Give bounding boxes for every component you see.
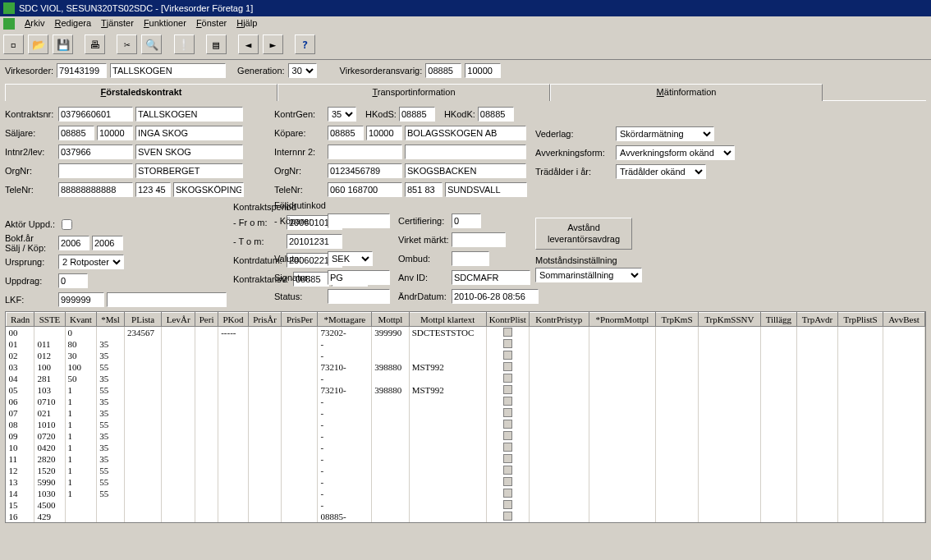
- hkods[interactable]: [399, 107, 435, 122]
- exec-icon[interactable]: ▤: [206, 34, 227, 54]
- table-row[interactable]: 060710135-: [7, 396, 925, 407]
- table-row[interactable]: 100420135-: [7, 442, 925, 453]
- signatur[interactable]: [328, 270, 390, 285]
- save-icon[interactable]: 💾: [53, 34, 73, 54]
- row-check[interactable]: [503, 512, 512, 521]
- menu-fönster[interactable]: Fönster: [191, 16, 232, 30]
- col-TrpPlistS[interactable]: TrpPlistS: [838, 313, 883, 327]
- table-row[interactable]: 0510315573210-398880MST992: [7, 384, 925, 396]
- orgnr-m[interactable]: [328, 163, 402, 178]
- kopare1[interactable]: [328, 126, 364, 140]
- col-Tillägg[interactable]: Tillägg: [761, 313, 797, 327]
- col-*Mottagare[interactable]: *Mottagare: [318, 313, 372, 327]
- col-Mottpl[interactable]: Mottpl: [372, 313, 410, 327]
- generation-select[interactable]: 30: [288, 63, 317, 78]
- anvid[interactable]: [452, 270, 530, 285]
- tab-mat[interactable]: Mätinformation: [550, 84, 823, 101]
- table-row[interactable]: 042815035-: [7, 373, 925, 384]
- table-row[interactable]: 020123035-: [7, 350, 925, 361]
- ursprung[interactable]: 2 Rotposter: [58, 255, 124, 269]
- menu-redigera[interactable]: Redigera: [49, 16, 96, 30]
- kontrgen[interactable]: 35: [328, 107, 356, 122]
- row-check[interactable]: [503, 477, 512, 486]
- table-row[interactable]: 031001005573210-398880MST992: [7, 361, 925, 373]
- tab-transport[interactable]: Transportinformation: [277, 84, 550, 101]
- row-check[interactable]: [503, 351, 512, 360]
- intern1[interactable]: [328, 145, 402, 159]
- next-icon[interactable]: ►: [263, 34, 283, 54]
- table-row[interactable]: 010118035-: [7, 338, 925, 350]
- col-Radn[interactable]: Radn: [7, 313, 34, 327]
- andr[interactable]: [452, 289, 539, 304]
- intnr-name[interactable]: [135, 145, 243, 159]
- status[interactable]: [328, 289, 390, 304]
- row-check[interactable]: [503, 420, 512, 429]
- row-check[interactable]: [503, 339, 512, 348]
- alert-icon[interactable]: ❕: [174, 34, 195, 54]
- table-row[interactable]: 141030155-: [7, 488, 925, 499]
- menu-tjänster[interactable]: Tjänster: [96, 16, 139, 30]
- table-row[interactable]: 081010155-: [7, 419, 925, 430]
- row-check[interactable]: [503, 466, 512, 475]
- saljare2[interactable]: [97, 126, 133, 140]
- intern2[interactable]: [405, 145, 526, 159]
- tele2[interactable]: [135, 182, 171, 197]
- col-SSTE[interactable]: SSTE: [34, 313, 65, 327]
- orgnr-name[interactable]: [135, 163, 243, 178]
- print-icon[interactable]: 🖶: [85, 34, 105, 54]
- bokfar1[interactable]: [58, 236, 89, 250]
- saljare1[interactable]: [58, 126, 94, 140]
- col-*PnormMottpl[interactable]: *PnormMottpl: [589, 313, 656, 327]
- row-check[interactable]: [503, 397, 512, 406]
- ansvarig2-input[interactable]: [465, 63, 501, 78]
- kontraktsnr[interactable]: [58, 107, 133, 122]
- tele-m1[interactable]: [328, 182, 402, 197]
- col-PLista[interactable]: PLista: [124, 313, 162, 327]
- lkf[interactable]: [58, 292, 104, 307]
- bokfar2[interactable]: [92, 236, 123, 250]
- tele-m3[interactable]: [445, 182, 527, 197]
- row-check[interactable]: [503, 408, 512, 417]
- col-PrisÅr[interactable]: PrisÅr: [248, 313, 282, 327]
- avstand-button[interactable]: Avstånd leverantörsavdrag: [535, 218, 632, 250]
- vederlag[interactable]: Skördarmätning: [616, 126, 714, 141]
- col-PKod[interactable]: PKod: [218, 313, 248, 327]
- help-icon[interactable]: ?: [295, 34, 315, 54]
- avverk[interactable]: Avverkningsform okänd: [616, 145, 735, 160]
- row-check[interactable]: [503, 500, 512, 509]
- row-check[interactable]: [503, 328, 512, 337]
- kontraktsnr-name[interactable]: [135, 107, 243, 122]
- open-icon[interactable]: 📂: [28, 34, 48, 54]
- hkodk[interactable]: [478, 107, 514, 122]
- new-icon[interactable]: ▫: [3, 34, 24, 54]
- data-grid[interactable]: RadnSSTEKvant*MslPListaLevÅrPeriPKodPris…: [5, 311, 926, 523]
- col-PrisPer[interactable]: PrisPer: [282, 313, 318, 327]
- tele3[interactable]: [173, 182, 244, 197]
- col-LevÅr[interactable]: LevÅr: [162, 313, 195, 327]
- row-check[interactable]: [503, 385, 512, 394]
- ombud[interactable]: [452, 251, 489, 266]
- table-row[interactable]: 090720135-: [7, 430, 925, 442]
- intnr[interactable]: [58, 145, 133, 159]
- table-row[interactable]: 07021135-: [7, 407, 925, 419]
- table-row[interactable]: 1642908885-: [7, 511, 925, 522]
- tab-forstaled[interactable]: Förstaledskontrakt: [5, 84, 277, 101]
- table-row[interactable]: 135990155-: [7, 476, 925, 488]
- table-row[interactable]: 000234567-----73202-399990SDCTESTSTOC: [7, 327, 925, 339]
- menu-funktioner[interactable]: Funktioner: [139, 16, 191, 30]
- tele-m2[interactable]: [405, 182, 443, 197]
- col-Mottpl klartext[interactable]: Mottpl klartext: [409, 313, 486, 327]
- col-KontrPlist[interactable]: KontrPlist: [486, 313, 529, 327]
- table-row[interactable]: 121520155-: [7, 465, 925, 476]
- orgnr-m-name[interactable]: [405, 163, 526, 178]
- virkesorder-input[interactable]: [57, 63, 107, 78]
- virket[interactable]: [452, 232, 506, 247]
- find-icon[interactable]: 🔍: [141, 34, 162, 54]
- lkf-name[interactable]: [107, 292, 227, 307]
- cut-icon[interactable]: ✂: [117, 34, 137, 54]
- valuta[interactable]: SEK: [328, 251, 373, 266]
- kopare2[interactable]: [366, 126, 402, 140]
- trad[interactable]: Trädålder okänd: [616, 164, 706, 179]
- col-KontrPristyp[interactable]: KontrPristyp: [529, 313, 589, 327]
- table-row[interactable]: 112820135-: [7, 453, 925, 465]
